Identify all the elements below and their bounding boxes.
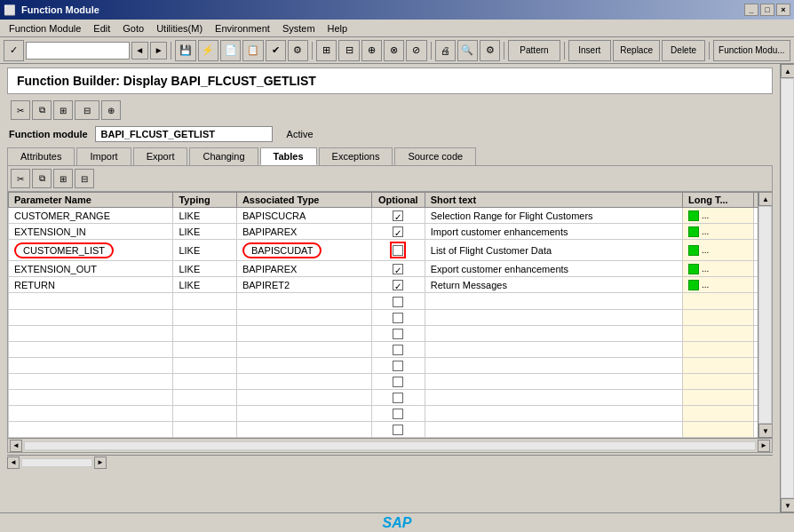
fm-status: Active [287,129,314,139]
cell-optional[interactable] [371,261,425,277]
optional-checkbox[interactable] [393,245,403,256]
main-vscroll[interactable]: ▲ ▼ [780,64,794,512]
check-button[interactable]: ✔ [266,40,286,61]
cell-short-text: Import customer enhancements [425,224,682,240]
cell-param-name: EXTENSION_OUT [9,261,173,277]
table-cut-btn[interactable]: ✂ [11,169,30,188]
scroll-left[interactable]: ◄ [10,440,22,452]
tab-tables[interactable]: Tables [260,147,317,165]
save-button[interactable]: 💾 [175,40,195,61]
scroll-down[interactable]: ▼ [758,424,772,438]
tb2-btn1[interactable]: ✂ [11,100,30,120]
app-icon: ⬜ [4,4,16,16]
main-scroll-track[interactable] [781,78,794,498]
tab-source-code[interactable]: Source code [394,147,476,165]
cell-param-name: CUSTOMER_RANGE [9,208,173,224]
optional-checkbox[interactable] [393,425,403,435]
hscroll-track[interactable] [24,441,756,450]
new-button[interactable]: 📄 [220,40,241,61]
bottom-scroll-left[interactable]: ◄ [7,457,20,469]
table-row-empty [9,390,772,406]
table-add-btn[interactable]: ⊞ [53,169,73,188]
table-row-empty [9,406,772,422]
optional-checkbox[interactable] [393,264,403,274]
cell-typing: LIKE [173,261,236,277]
nav-left[interactable]: ◄ [131,42,148,60]
menu-system[interactable]: System [277,21,321,36]
menu-help[interactable]: Help [322,21,353,36]
main-scroll-up[interactable]: ▲ [781,64,794,78]
minimize-button[interactable]: _ [744,4,758,16]
cell-param-name: RETURN [9,277,173,293]
bottom-scroll-thumb[interactable] [21,458,92,467]
settings-button[interactable]: ⚙ [480,40,500,61]
nav-right[interactable]: ► [150,42,167,60]
tab-export[interactable]: Export [133,147,188,165]
col-assoc-type: Associated Type [236,193,371,208]
main-scroll-down[interactable]: ▼ [781,498,794,512]
tb-btn3[interactable]: ⊕ [361,40,382,61]
tab-changing[interactable]: Changing [189,147,258,165]
close-button[interactable]: × [776,4,790,16]
activate-button[interactable]: ⚙ [288,40,308,61]
tb-btn1[interactable]: ⊞ [316,40,337,61]
sap-logo: SAP [383,515,412,531]
fm-value-field[interactable] [95,126,273,142]
table-hscroll[interactable]: ◄ ► [8,438,772,452]
cell-typing: LIKE [173,277,236,293]
optional-checkbox[interactable] [393,361,403,371]
shortcut-button[interactable]: ⚡ [198,40,218,61]
bottom-scroll-right[interactable]: ► [94,457,107,469]
print-button[interactable]: 🖨 [435,40,456,61]
menu-goto[interactable]: Goto [117,21,149,36]
cell-short-text: Selection Range for Flight Customers [425,208,682,224]
table-area: ✂ ⧉ ⊞ ⊟ Parameter Name Typing Associated… [7,165,773,453]
optional-checkbox[interactable] [393,409,403,419]
optional-checkbox[interactable] [393,297,403,307]
tb2-btn4[interactable]: ⊟ [75,100,99,120]
tb2-btn3[interactable]: ⊞ [53,100,73,120]
back-button[interactable]: ✓ [4,40,24,61]
scroll-up[interactable]: ▲ [758,192,772,206]
pattern-button[interactable]: Pattern [508,40,560,61]
optional-checkbox[interactable] [393,226,403,237]
tab-attributes[interactable]: Attributes [7,147,75,165]
bottom-scroll-bar: ◄ ► [7,455,773,469]
tab-exceptions[interactable]: Exceptions [319,147,393,165]
scroll-right[interactable]: ► [758,440,770,452]
cell-optional[interactable] [371,224,425,240]
tb2-btn2[interactable]: ⧉ [32,100,52,120]
optional-checkbox[interactable] [393,377,403,387]
table-copy-btn[interactable]: ⧉ [32,169,52,188]
cell-optional[interactable] [371,240,425,261]
cell-param-name: CUSTOMER_LIST [9,240,173,261]
table-remove-btn[interactable]: ⊟ [75,169,94,188]
copy-button[interactable]: 📋 [242,40,263,61]
menu-utilities[interactable]: Utilities(M) [151,21,208,36]
optional-checkbox[interactable] [393,393,403,403]
menu-edit[interactable]: Edit [88,21,115,36]
replace-button[interactable]: Replace [613,40,660,61]
tb2-btn5[interactable]: ⊕ [101,100,121,120]
insert-button[interactable]: Insert [568,40,611,61]
table-vscroll[interactable]: ▲ ▼ [758,192,772,438]
delete-button[interactable]: Delete [662,40,704,61]
maximize-button[interactable]: □ [760,4,774,16]
tb-btn5[interactable]: ⊘ [406,40,426,61]
cell-optional[interactable] [371,277,425,293]
optional-checkbox[interactable] [393,329,403,339]
cell-optional[interactable] [371,208,425,224]
tab-import[interactable]: Import [76,147,131,165]
scroll-track[interactable] [758,206,772,424]
tb-btn2[interactable]: ⊟ [338,40,359,61]
find-button[interactable]: 🔍 [457,40,478,61]
menu-environment[interactable]: Environment [210,21,275,36]
tb-btn4[interactable]: ⊗ [384,40,404,61]
optional-checkbox[interactable] [393,210,403,221]
function-module-btn[interactable]: Function Modu... [713,40,790,61]
optional-checkbox[interactable] [393,280,403,290]
optional-checkbox[interactable] [393,313,403,323]
optional-checkbox[interactable] [393,345,403,355]
menu-function-module[interactable]: Function Module [4,21,86,36]
command-field[interactable] [26,42,129,60]
